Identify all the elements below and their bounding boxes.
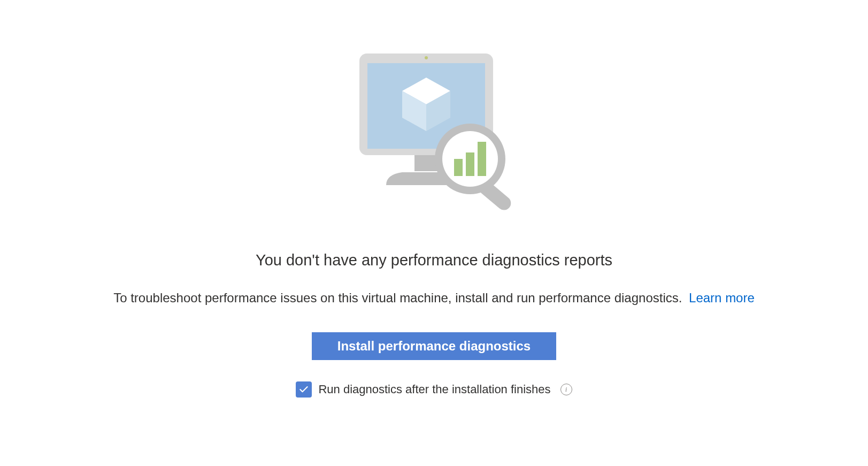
run-after-install-label[interactable]: Run diagnostics after the installation f… <box>318 383 550 396</box>
svg-rect-10 <box>454 159 463 176</box>
checkmark-icon <box>298 384 309 395</box>
svg-rect-3 <box>414 155 438 171</box>
run-after-install-checkbox[interactable] <box>296 381 312 398</box>
empty-state-heading: You don't have any performance diagnosti… <box>256 251 612 269</box>
run-after-install-row: Run diagnostics after the installation f… <box>296 381 572 398</box>
learn-more-link[interactable]: Learn more <box>689 291 755 305</box>
empty-state-illustration <box>343 48 525 225</box>
info-icon[interactable]: i <box>560 384 572 395</box>
svg-rect-11 <box>466 152 474 176</box>
empty-state-description: To troubleshoot performance issues on th… <box>113 291 682 305</box>
svg-point-1 <box>425 56 428 59</box>
svg-rect-12 <box>478 142 486 176</box>
empty-state-description-row: To troubleshoot performance issues on th… <box>113 291 755 305</box>
install-performance-diagnostics-button[interactable]: Install performance diagnostics <box>312 332 556 360</box>
